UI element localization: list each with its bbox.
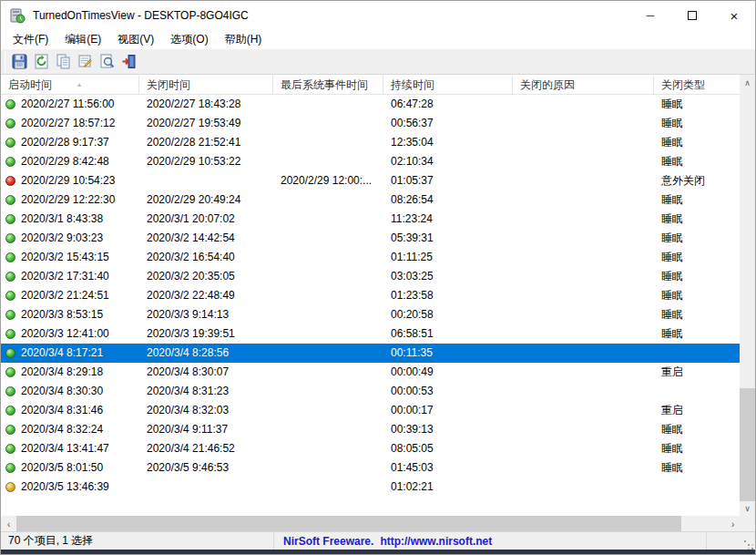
duration-value: 01:05:37 bbox=[383, 171, 513, 190]
scroll-down-icon[interactable]: ∨ bbox=[740, 500, 755, 516]
nirsoft-url-link[interactable]: http://www.nirsoft.net bbox=[380, 535, 492, 548]
resize-grip[interactable] bbox=[744, 540, 746, 542]
shutdown-time-value: 2020/3/3 19:39:51 bbox=[139, 324, 273, 344]
table-row[interactable]: 2020/3/4 13:41:472020/3/4 21:46:5208:05:… bbox=[1, 439, 741, 458]
green-status-icon bbox=[5, 272, 15, 282]
duration-value: 06:47:28 bbox=[383, 95, 513, 114]
properties-button[interactable] bbox=[74, 51, 96, 73]
reason-value bbox=[513, 382, 654, 401]
table-row[interactable]: 2020/3/2 17:31:402020/3/2 20:35:0503:03:… bbox=[1, 267, 741, 286]
table-row[interactable]: 2020/3/4 8:31:462020/3/4 8:32:0300:00:17… bbox=[1, 401, 741, 420]
menu-options[interactable]: 选项(O) bbox=[162, 30, 216, 49]
save-icon bbox=[12, 54, 27, 69]
table-row[interactable]: 2020/3/3 12:41:002020/3/3 19:39:5106:58:… bbox=[1, 324, 741, 344]
shutdown-time-value: 2020/2/29 20:49:24 bbox=[139, 190, 273, 210]
shutdown-type-value: 睡眠 bbox=[654, 133, 741, 152]
find-button[interactable] bbox=[96, 51, 117, 73]
table-header: 启动时间▴ 关闭时间 最后系统事件时间 持续时间 关闭的原因 关闭类型 bbox=[1, 76, 741, 95]
window-title: TurnedOnTimesView - DESKTOP-8GO4IGC bbox=[33, 9, 249, 22]
shutdown-type-value bbox=[654, 478, 741, 497]
menu-edit[interactable]: 编辑(E) bbox=[56, 30, 109, 49]
shutdown-type-value: 重启 bbox=[654, 363, 741, 382]
start-time-value: 2020/3/4 8:30:30 bbox=[21, 382, 103, 401]
scroll-up-icon[interactable]: ∧ bbox=[740, 75, 755, 90]
last-event-time-value bbox=[273, 420, 383, 439]
shutdown-type-value: 睡眠 bbox=[654, 267, 741, 286]
start-time-value: 2020/2/27 11:56:00 bbox=[21, 95, 115, 114]
table-row[interactable]: 2020/2/27 11:56:002020/2/27 18:43:2806:4… bbox=[1, 95, 741, 114]
shutdown-time-value: 2020/3/3 9:14:13 bbox=[139, 305, 273, 324]
duration-value: 00:56:37 bbox=[383, 114, 513, 133]
green-status-icon bbox=[5, 310, 15, 320]
menu-view[interactable]: 视图(V) bbox=[109, 30, 162, 49]
start-time-value: 2020/3/2 17:31:40 bbox=[21, 267, 109, 286]
shutdown-type-value: 睡眠 bbox=[654, 229, 741, 248]
green-status-icon bbox=[5, 233, 15, 243]
last-event-time-value bbox=[273, 401, 383, 420]
start-time-value: 2020/3/5 13:46:39 bbox=[21, 478, 109, 497]
horizontal-scrollbar[interactable]: ‹ › bbox=[1, 516, 741, 531]
reason-value bbox=[513, 133, 654, 152]
last-event-time-value bbox=[273, 267, 383, 286]
duration-value: 01:45:03 bbox=[383, 458, 513, 478]
menu-file[interactable]: 文件(F) bbox=[5, 30, 56, 49]
green-status-icon bbox=[5, 406, 15, 416]
maximize-button[interactable] bbox=[671, 1, 713, 30]
save-button[interactable] bbox=[8, 51, 30, 73]
table-row[interactable]: 2020/3/2 9:03:232020/3/2 14:42:5405:39:3… bbox=[1, 229, 741, 248]
reason-value bbox=[513, 229, 654, 248]
refresh-button[interactable] bbox=[30, 51, 52, 73]
green-status-icon bbox=[5, 348, 15, 358]
exit-button[interactable] bbox=[117, 51, 139, 73]
close-button[interactable]: × bbox=[713, 1, 755, 30]
table-row[interactable]: 2020/2/29 10:54:232020/2/29 12:00:...01:… bbox=[1, 171, 741, 190]
start-time-value: 2020/3/5 8:01:50 bbox=[21, 458, 103, 478]
table-row[interactable]: 2020/3/2 21:24:512020/3/2 22:48:4901:23:… bbox=[1, 286, 741, 305]
table-row[interactable]: 2020/3/1 8:43:382020/3/1 20:07:0211:23:2… bbox=[1, 210, 741, 229]
red-status-icon bbox=[5, 176, 15, 186]
horizontal-scrollbar-thumb[interactable] bbox=[16, 516, 681, 531]
table-row[interactable]: 2020/2/27 18:57:122020/2/27 19:53:4900:5… bbox=[1, 114, 741, 133]
refresh-icon bbox=[34, 54, 49, 69]
column-header-shutdown-type[interactable]: 关闭类型 bbox=[654, 76, 741, 95]
table-row[interactable]: 2020/3/3 8:53:152020/3/3 9:14:1300:20:58… bbox=[1, 305, 741, 324]
shutdown-type-value: 睡眠 bbox=[654, 95, 741, 114]
column-header-shutdown-time[interactable]: 关闭时间 bbox=[139, 76, 273, 95]
vertical-scrollbar-thumb[interactable] bbox=[740, 388, 755, 501]
column-header-start-time[interactable]: 启动时间▴ bbox=[1, 76, 139, 95]
reason-value bbox=[513, 344, 654, 363]
table-row[interactable]: 2020/3/2 15:43:152020/3/2 16:54:4001:11:… bbox=[1, 248, 741, 267]
table-row[interactable]: 2020/3/4 8:17:212020/3/4 8:28:5600:11:35 bbox=[1, 344, 741, 363]
table-row[interactable]: 2020/3/4 8:30:302020/3/4 8:31:2300:00:53 bbox=[1, 382, 741, 401]
column-header-last-event-time[interactable]: 最后系统事件时间 bbox=[273, 76, 383, 95]
toolbar-separator bbox=[5, 52, 5, 72]
duration-value: 08:05:05 bbox=[383, 439, 513, 458]
copy-button[interactable] bbox=[52, 51, 74, 73]
duration-value: 00:00:49 bbox=[383, 363, 513, 382]
table-row[interactable]: 2020/3/4 8:29:182020/3/4 8:30:0700:00:49… bbox=[1, 363, 741, 382]
table-row[interactable]: 2020/2/28 9:17:372020/2/28 21:52:4112:35… bbox=[1, 133, 741, 152]
last-event-time-value bbox=[273, 305, 383, 324]
start-time-value: 2020/3/2 21:24:51 bbox=[21, 286, 109, 305]
table-row[interactable]: 2020/3/5 13:46:3901:02:21 bbox=[1, 478, 741, 497]
duration-value: 00:00:53 bbox=[383, 382, 513, 401]
sort-ascending-icon: ▴ bbox=[77, 76, 81, 94]
table-row[interactable]: 2020/2/29 8:42:482020/2/29 10:53:2202:10… bbox=[1, 152, 741, 171]
green-status-icon bbox=[5, 386, 15, 396]
table-row[interactable]: 2020/3/5 8:01:502020/3/5 9:46:5301:45:03… bbox=[1, 458, 741, 478]
minimize-button[interactable]: ─ bbox=[629, 1, 671, 30]
start-time-value: 2020/3/4 8:32:24 bbox=[21, 420, 103, 439]
menu-help[interactable]: 帮助(H) bbox=[217, 30, 271, 49]
column-header-duration[interactable]: 持续时间 bbox=[383, 76, 513, 95]
shutdown-time-value: 2020/3/4 8:32:03 bbox=[139, 401, 273, 420]
menubar: 文件(F) 编辑(E) 视图(V) 选项(O) 帮助(H) bbox=[1, 30, 755, 49]
duration-value: 00:20:58 bbox=[383, 305, 513, 324]
table-row[interactable]: 2020/2/29 12:22:302020/2/29 20:49:2408:2… bbox=[1, 190, 741, 210]
last-event-time-value bbox=[273, 363, 383, 382]
scroll-right-icon[interactable]: › bbox=[725, 516, 741, 531]
scroll-left-icon[interactable]: ‹ bbox=[1, 516, 16, 531]
table-row[interactable]: 2020/3/4 8:32:242020/3/4 9:11:3700:39:13… bbox=[1, 420, 741, 439]
last-event-time-value bbox=[273, 248, 383, 267]
vertical-scrollbar[interactable]: ∧ ∨ bbox=[740, 75, 755, 516]
column-header-shutdown-reason[interactable]: 关闭的原因 bbox=[513, 76, 654, 95]
